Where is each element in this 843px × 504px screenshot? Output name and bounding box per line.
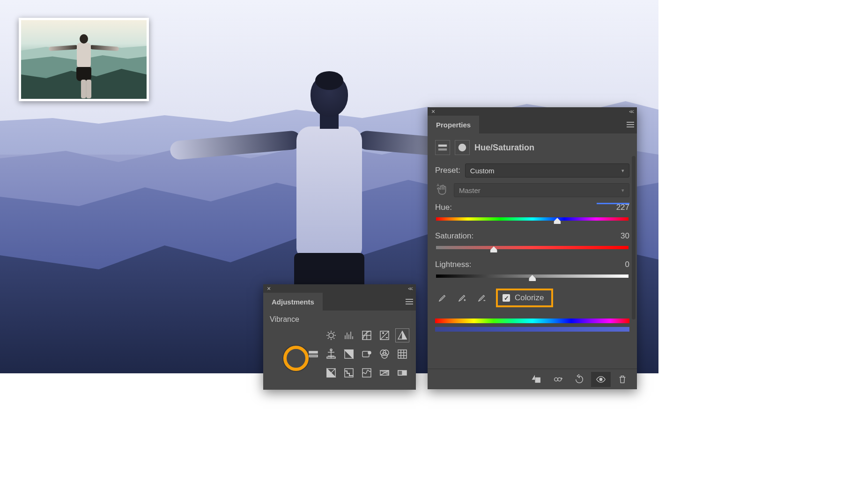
gradient-map-icon[interactable] xyxy=(377,366,392,380)
properties-panel[interactable]: × << Properties Hue/Saturation Preset: C… xyxy=(428,107,637,389)
output-range-bar xyxy=(435,327,629,332)
hue-range-bar xyxy=(435,319,629,323)
preset-label: Preset: xyxy=(435,166,460,175)
channel-select: Master▾ xyxy=(454,183,629,197)
close-icon[interactable]: × xyxy=(267,285,271,292)
svg-point-9 xyxy=(368,351,371,354)
adjustment-type-icon[interactable] xyxy=(435,140,450,155)
photo-filter-icon[interactable] xyxy=(360,347,374,361)
svg-rect-21 xyxy=(438,148,447,151)
invert-icon[interactable] xyxy=(324,366,338,380)
scrollbar[interactable] xyxy=(632,156,636,319)
curves-icon[interactable] xyxy=(360,328,374,342)
chevron-down-icon: ▾ xyxy=(621,168,624,174)
colorize-checkbox[interactable]: ✓ Colorize xyxy=(496,289,553,307)
tab-properties[interactable]: Properties xyxy=(428,116,479,133)
svg-rect-23 xyxy=(535,378,540,382)
adjustments-panel[interactable]: × << Adjustments Vibrance xyxy=(263,284,416,390)
eyedropper-add-icon[interactable] xyxy=(455,291,468,304)
posterize-icon[interactable] xyxy=(342,366,356,380)
chevron-down-icon: ▾ xyxy=(621,187,624,193)
targeted-adjust-icon[interactable] xyxy=(435,183,449,197)
svg-rect-13 xyxy=(398,350,407,358)
vibrance-icon[interactable] xyxy=(395,328,409,342)
hue-slider[interactable]: Hue:227 xyxy=(435,203,629,222)
svg-rect-19 xyxy=(398,371,402,375)
svg-rect-3 xyxy=(309,351,318,353)
threshold-icon[interactable] xyxy=(360,366,374,380)
collapse-icon[interactable]: << xyxy=(408,286,412,291)
levels-icon[interactable] xyxy=(342,328,356,342)
close-icon[interactable]: × xyxy=(431,108,435,115)
brightness-contrast-icon[interactable] xyxy=(324,328,338,342)
color-balance-icon[interactable] xyxy=(324,347,338,361)
black-white-icon[interactable] xyxy=(342,347,356,361)
eyedropper-icon[interactable] xyxy=(435,291,448,304)
hue-saturation-icon[interactable] xyxy=(306,347,320,361)
tab-adjustments[interactable]: Adjustments xyxy=(263,293,323,311)
color-lookup-icon[interactable] xyxy=(395,347,409,361)
svg-point-24 xyxy=(555,378,558,381)
saturation-slider[interactable]: Saturation:30 xyxy=(435,231,629,251)
selective-color-icon[interactable] xyxy=(395,366,409,380)
reset-icon[interactable] xyxy=(569,372,589,387)
preset-select[interactable]: Custom▾ xyxy=(465,163,629,178)
collapse-icon[interactable]: << xyxy=(629,109,633,114)
svg-point-22 xyxy=(458,144,466,152)
svg-point-26 xyxy=(599,378,602,381)
panel-menu-icon[interactable] xyxy=(403,293,416,311)
svg-rect-4 xyxy=(309,355,318,357)
eyedropper-subtract-icon[interactable] xyxy=(474,291,488,304)
svg-rect-20 xyxy=(438,145,447,147)
checkbox-checked-icon: ✓ xyxy=(503,294,510,302)
clip-to-layer-icon[interactable] xyxy=(526,372,546,387)
mask-icon[interactable] xyxy=(455,140,470,155)
exposure-icon[interactable] xyxy=(377,328,392,342)
adjustment-type-label: Hue/Saturation xyxy=(474,143,534,153)
delete-icon[interactable] xyxy=(613,372,632,387)
panel-footer xyxy=(428,369,637,389)
active-indicator xyxy=(597,203,629,204)
svg-point-0 xyxy=(329,333,333,338)
adjustment-hover-label: Vibrance xyxy=(270,315,409,324)
svg-point-25 xyxy=(558,378,561,381)
thumbnail-preview xyxy=(19,18,149,101)
lightness-slider[interactable]: Lightness:0 xyxy=(435,260,629,279)
view-previous-icon[interactable] xyxy=(548,372,568,387)
panel-menu-icon[interactable] xyxy=(624,116,637,133)
toggle-visibility-icon[interactable] xyxy=(591,372,611,387)
channel-mixer-icon[interactable] xyxy=(377,347,392,361)
